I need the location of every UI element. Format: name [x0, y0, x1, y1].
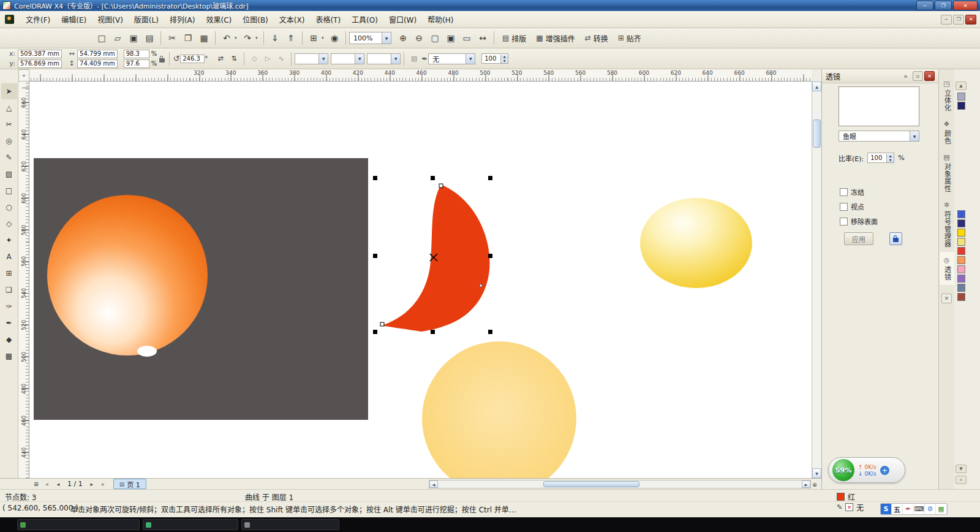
- application-launcher-button[interactable]: ⊞: [306, 30, 322, 46]
- glass-ball-shape[interactable]: [47, 195, 208, 355]
- rectangle-tool[interactable]: □: [1, 183, 17, 199]
- zoom-all-button[interactable]: ▣: [443, 30, 459, 46]
- taskbar-item[interactable]: [143, 519, 238, 530]
- line-style-combo[interactable]: ▼: [331, 53, 364, 64]
- gold-ellipse-shape[interactable]: [640, 198, 752, 288]
- interactive-fill-tool[interactable]: ▩: [1, 348, 17, 364]
- palette-swatch[interactable]: [957, 293, 965, 301]
- document-restore-button[interactable]: ❐: [953, 15, 964, 25]
- selection-handle[interactable]: [488, 254, 492, 258]
- cut-button[interactable]: ✂: [164, 30, 180, 46]
- outline-width-combo[interactable]: 无 ▼: [428, 53, 475, 64]
- zoom-out-button[interactable]: ⊖: [411, 30, 427, 46]
- selection-handle[interactable]: [488, 330, 492, 334]
- scroll-down-icon[interactable]: ▼: [812, 468, 821, 478]
- input-method-icon[interactable]: ✒: [903, 504, 914, 514]
- palette-scroll-down-icon[interactable]: ▼: [956, 465, 967, 473]
- chevron-down-icon[interactable]: ▼: [910, 131, 919, 141]
- spin-up-icon[interactable]: ▲: [887, 154, 894, 158]
- zoom-page-button[interactable]: ▭: [459, 30, 475, 46]
- palette-swatch[interactable]: [957, 229, 965, 237]
- dropdown-arrow-icon[interactable]: ▾: [322, 36, 326, 40]
- lens-option[interactable]: 视点: [840, 202, 878, 211]
- scroll-up-icon[interactable]: ▲: [812, 82, 821, 91]
- menu-item[interactable]: 窗口(W): [383, 12, 422, 27]
- ellipse-tool[interactable]: ○: [1, 199, 17, 215]
- vertical-ruler[interactable]: 660640620600580560540520500480460440: [18, 82, 29, 478]
- palette-swatch[interactable]: [957, 247, 965, 255]
- add-page-button[interactable]: ⊞: [31, 479, 42, 489]
- input-method-icon[interactable]: 五: [892, 504, 903, 514]
- minimize-button[interactable]: ─: [916, 1, 933, 10]
- docker-tab[interactable]: ◳ 立体化: [940, 75, 954, 116]
- selection-handle[interactable]: [431, 176, 435, 180]
- taskbar-item[interactable]: [241, 519, 339, 530]
- taskbar-item[interactable]: [17, 519, 140, 530]
- x-position-field[interactable]: 509.387 mm: [18, 50, 62, 58]
- mirror-horizontal-button[interactable]: ⇄: [214, 52, 227, 66]
- shape-tool[interactable]: △: [1, 100, 17, 116]
- curve-node[interactable]: [480, 284, 482, 287]
- chevron-down-icon[interactable]: ▼: [466, 54, 475, 64]
- palette-swatch[interactable]: [957, 256, 965, 264]
- apply-button[interactable]: 应用: [844, 232, 873, 245]
- curve-node[interactable]: [439, 184, 443, 188]
- fill-color-swatch[interactable]: [837, 493, 845, 501]
- docker-tab[interactable]: ❖ 颜色: [940, 116, 954, 149]
- dropdown-arrow-icon[interactable]: ▾: [235, 36, 239, 40]
- selection-handle[interactable]: [373, 330, 377, 334]
- propbar-tool-icon-1[interactable]: ◇: [247, 52, 261, 66]
- new-document-button[interactable]: □: [94, 30, 110, 46]
- docker-close-button[interactable]: ✕: [924, 71, 935, 81]
- menu-item[interactable]: 编辑(E): [56, 12, 92, 27]
- chevron-down-icon[interactable]: ▼: [382, 32, 391, 44]
- menu-item[interactable]: 位图(B): [237, 12, 274, 27]
- object-width-field[interactable]: 54.799 mm: [77, 50, 118, 58]
- chevron-down-icon[interactable]: ▼: [355, 54, 364, 64]
- spin-up-icon[interactable]: ▲: [501, 55, 508, 59]
- chevron-down-icon[interactable]: ▼: [318, 54, 328, 64]
- zoom-tool[interactable]: ◎: [1, 133, 17, 149]
- restore-button[interactable]: ❐: [935, 1, 952, 10]
- zoom-in-button[interactable]: ⊕: [395, 30, 411, 46]
- lens-type-combo[interactable]: 鱼眼 ▼: [839, 131, 919, 142]
- scale-x-field[interactable]: 98.3: [124, 50, 149, 58]
- zoom-selected-button[interactable]: ▢: [427, 30, 443, 46]
- checkbox[interactable]: [840, 218, 848, 226]
- menu-item[interactable]: 表格(T): [310, 12, 346, 27]
- lens-option[interactable]: 移除表面: [840, 216, 878, 226]
- smoothing-spinner[interactable]: 100 ▲ ▼: [481, 53, 508, 64]
- checkbox[interactable]: [840, 188, 848, 196]
- end-arrowhead-combo[interactable]: ▼: [367, 53, 401, 64]
- document-close-button[interactable]: ✕: [965, 15, 976, 25]
- text-wrap-button[interactable]: ▧: [407, 52, 421, 66]
- palette-swatch[interactable]: [957, 93, 965, 101]
- input-method-icon[interactable]: ⚙: [925, 504, 936, 514]
- scroll-left-icon[interactable]: ◀: [429, 481, 438, 488]
- horizontal-scroll-thumb[interactable]: [543, 481, 639, 487]
- checkbox[interactable]: [840, 203, 848, 211]
- horizontal-scrollbar[interactable]: ◀ ▶: [429, 480, 811, 488]
- rate-spinner[interactable]: 100 ▲ ▼: [867, 153, 894, 163]
- menu-item[interactable]: 效果(C): [200, 12, 237, 27]
- palette-scroll-up-icon[interactable]: ▲: [956, 82, 967, 90]
- lens-option[interactable]: 冻结: [840, 187, 878, 197]
- selection-handle[interactable]: [373, 254, 377, 258]
- basic-shapes-tool[interactable]: ✦: [1, 232, 17, 248]
- palette-swatch[interactable]: [957, 210, 965, 218]
- selection-handle[interactable]: [488, 176, 492, 180]
- menu-item[interactable]: 版面(L): [129, 12, 164, 27]
- input-method-icon[interactable]: ⌨: [914, 504, 925, 514]
- table-tool[interactable]: ⊞: [1, 265, 17, 281]
- menu-item[interactable]: 工具(O): [346, 12, 383, 27]
- palette-swatch[interactable]: [957, 265, 965, 273]
- zoom-width-button[interactable]: ↔: [475, 30, 491, 46]
- zoom-level-combo[interactable]: 100% ▼: [349, 32, 391, 44]
- open-button[interactable]: ▱: [110, 30, 126, 46]
- fill-tool[interactable]: ◆: [1, 332, 17, 348]
- crescent-shape[interactable]: [382, 184, 490, 332]
- print-button[interactable]: ▤: [141, 30, 157, 46]
- cream-circle-shape[interactable]: [422, 341, 576, 478]
- rotation-angle-field[interactable]: 246.3: [180, 55, 205, 63]
- pick-tool[interactable]: ➤: [1, 83, 17, 99]
